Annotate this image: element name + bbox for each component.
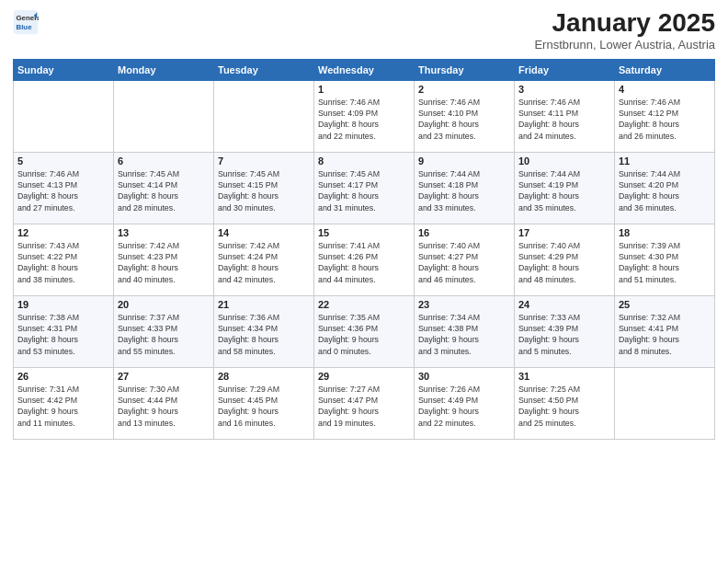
cell-day-number: 22	[318, 299, 410, 310]
logo: General Blue	[13, 9, 41, 35]
calendar-week-row: 19Sunrise: 7:38 AM Sunset: 4:31 PM Dayli…	[14, 295, 715, 367]
cell-daylight-info: Sunrise: 7:36 AM Sunset: 4:34 PM Dayligh…	[218, 312, 310, 357]
cell-daylight-info: Sunrise: 7:45 AM Sunset: 4:15 PM Dayligh…	[218, 168, 310, 213]
cell-daylight-info: Sunrise: 7:46 AM Sunset: 4:09 PM Dayligh…	[318, 97, 410, 142]
header-tuesday: Tuesday	[214, 59, 314, 80]
cell-daylight-info: Sunrise: 7:42 AM Sunset: 4:23 PM Dayligh…	[118, 240, 210, 285]
header-saturday: Saturday	[615, 59, 715, 80]
cell-daylight-info: Sunrise: 7:37 AM Sunset: 4:33 PM Dayligh…	[118, 312, 210, 357]
cell-daylight-info: Sunrise: 7:38 AM Sunset: 4:31 PM Dayligh…	[17, 312, 109, 357]
cell-daylight-info: Sunrise: 7:34 AM Sunset: 4:38 PM Dayligh…	[418, 312, 510, 357]
cell-daylight-info: Sunrise: 7:25 AM Sunset: 4:50 PM Dayligh…	[518, 384, 610, 429]
table-row	[14, 80, 114, 152]
title-block: January 2025 Ernstbrunn, Lower Austria, …	[534, 9, 715, 52]
cell-daylight-info: Sunrise: 7:41 AM Sunset: 4:26 PM Dayligh…	[318, 240, 410, 285]
cell-daylight-info: Sunrise: 7:46 AM Sunset: 4:13 PM Dayligh…	[17, 168, 109, 213]
table-row	[214, 80, 314, 152]
cell-daylight-info: Sunrise: 7:44 AM Sunset: 4:19 PM Dayligh…	[518, 168, 610, 213]
cell-day-number: 26	[17, 371, 109, 382]
cell-day-number: 30	[418, 371, 510, 382]
header-monday: Monday	[114, 59, 214, 80]
calendar-table: Sunday Monday Tuesday Wednesday Thursday…	[13, 59, 715, 440]
cell-day-number: 5	[17, 155, 109, 167]
table-row: 5Sunrise: 7:46 AM Sunset: 4:13 PM Daylig…	[14, 152, 114, 224]
cell-day-number: 17	[518, 227, 610, 238]
table-row: 28Sunrise: 7:29 AM Sunset: 4:45 PM Dayli…	[214, 367, 314, 439]
table-row: 30Sunrise: 7:26 AM Sunset: 4:49 PM Dayli…	[415, 367, 515, 439]
table-row: 26Sunrise: 7:31 AM Sunset: 4:42 PM Dayli…	[14, 367, 114, 439]
cell-day-number: 15	[318, 227, 410, 238]
cell-day-number: 16	[418, 227, 510, 238]
table-row: 23Sunrise: 7:34 AM Sunset: 4:38 PM Dayli…	[415, 295, 515, 367]
cell-day-number: 11	[619, 155, 711, 167]
table-row: 15Sunrise: 7:41 AM Sunset: 4:26 PM Dayli…	[314, 224, 415, 295]
calendar-week-row: 5Sunrise: 7:46 AM Sunset: 4:13 PM Daylig…	[14, 152, 715, 224]
header-wednesday: Wednesday	[314, 59, 415, 80]
table-row: 7Sunrise: 7:45 AM Sunset: 4:15 PM Daylig…	[214, 152, 314, 224]
table-row: 8Sunrise: 7:45 AM Sunset: 4:17 PM Daylig…	[314, 152, 415, 224]
table-row	[615, 367, 715, 439]
table-row: 13Sunrise: 7:42 AM Sunset: 4:23 PM Dayli…	[114, 224, 214, 295]
calendar-week-row: 26Sunrise: 7:31 AM Sunset: 4:42 PM Dayli…	[14, 367, 715, 439]
table-row: 27Sunrise: 7:30 AM Sunset: 4:44 PM Dayli…	[114, 367, 214, 439]
cell-day-number: 31	[518, 371, 610, 382]
cell-day-number: 4	[619, 84, 711, 95]
cell-daylight-info: Sunrise: 7:46 AM Sunset: 4:12 PM Dayligh…	[619, 97, 711, 142]
table-row: 6Sunrise: 7:45 AM Sunset: 4:14 PM Daylig…	[114, 152, 214, 224]
table-row: 11Sunrise: 7:44 AM Sunset: 4:20 PM Dayli…	[615, 152, 715, 224]
cell-daylight-info: Sunrise: 7:26 AM Sunset: 4:49 PM Dayligh…	[418, 384, 510, 429]
table-row: 14Sunrise: 7:42 AM Sunset: 4:24 PM Dayli…	[214, 224, 314, 295]
cell-daylight-info: Sunrise: 7:44 AM Sunset: 4:20 PM Dayligh…	[619, 168, 711, 213]
table-row: 1Sunrise: 7:46 AM Sunset: 4:09 PM Daylig…	[314, 80, 415, 152]
table-row: 3Sunrise: 7:46 AM Sunset: 4:11 PM Daylig…	[515, 80, 615, 152]
cell-day-number: 10	[518, 155, 610, 167]
table-row: 17Sunrise: 7:40 AM Sunset: 4:29 PM Dayli…	[515, 224, 615, 295]
cell-day-number: 20	[118, 299, 210, 310]
table-row: 16Sunrise: 7:40 AM Sunset: 4:27 PM Dayli…	[415, 224, 515, 295]
cell-daylight-info: Sunrise: 7:35 AM Sunset: 4:36 PM Dayligh…	[318, 312, 410, 357]
weekday-header-row: Sunday Monday Tuesday Wednesday Thursday…	[14, 59, 715, 80]
location: Ernstbrunn, Lower Austria, Austria	[534, 38, 715, 52]
page-header: General Blue January 2025 Ernstbrunn, Lo…	[13, 9, 715, 52]
cell-daylight-info: Sunrise: 7:39 AM Sunset: 4:30 PM Dayligh…	[619, 240, 711, 285]
table-row: 24Sunrise: 7:33 AM Sunset: 4:39 PM Dayli…	[515, 295, 615, 367]
cell-day-number: 29	[318, 371, 410, 382]
month-title: January 2025	[534, 9, 715, 38]
cell-day-number: 18	[619, 227, 711, 238]
cell-daylight-info: Sunrise: 7:31 AM Sunset: 4:42 PM Dayligh…	[17, 384, 109, 429]
cell-day-number: 9	[418, 155, 510, 167]
table-row: 18Sunrise: 7:39 AM Sunset: 4:30 PM Dayli…	[615, 224, 715, 295]
cell-daylight-info: Sunrise: 7:27 AM Sunset: 4:47 PM Dayligh…	[318, 384, 410, 429]
cell-day-number: 21	[218, 299, 310, 310]
table-row: 20Sunrise: 7:37 AM Sunset: 4:33 PM Dayli…	[114, 295, 214, 367]
cell-day-number: 28	[218, 371, 310, 382]
table-row	[114, 80, 214, 152]
header-friday: Friday	[515, 59, 615, 80]
cell-daylight-info: Sunrise: 7:43 AM Sunset: 4:22 PM Dayligh…	[17, 240, 109, 285]
cell-daylight-info: Sunrise: 7:40 AM Sunset: 4:27 PM Dayligh…	[418, 240, 510, 285]
cell-daylight-info: Sunrise: 7:33 AM Sunset: 4:39 PM Dayligh…	[518, 312, 610, 357]
table-row: 4Sunrise: 7:46 AM Sunset: 4:12 PM Daylig…	[615, 80, 715, 152]
cell-day-number: 6	[118, 155, 210, 167]
table-row: 31Sunrise: 7:25 AM Sunset: 4:50 PM Dayli…	[515, 367, 615, 439]
cell-daylight-info: Sunrise: 7:32 AM Sunset: 4:41 PM Dayligh…	[619, 312, 711, 357]
cell-daylight-info: Sunrise: 7:45 AM Sunset: 4:17 PM Dayligh…	[318, 168, 410, 213]
cell-daylight-info: Sunrise: 7:40 AM Sunset: 4:29 PM Dayligh…	[518, 240, 610, 285]
cell-day-number: 8	[318, 155, 410, 167]
table-row: 2Sunrise: 7:46 AM Sunset: 4:10 PM Daylig…	[415, 80, 515, 152]
cell-day-number: 19	[17, 299, 109, 310]
calendar-week-row: 12Sunrise: 7:43 AM Sunset: 4:22 PM Dayli…	[14, 224, 715, 295]
cell-daylight-info: Sunrise: 7:45 AM Sunset: 4:14 PM Dayligh…	[118, 168, 210, 213]
cell-day-number: 27	[118, 371, 210, 382]
table-row: 19Sunrise: 7:38 AM Sunset: 4:31 PM Dayli…	[14, 295, 114, 367]
cell-day-number: 12	[17, 227, 109, 238]
cell-day-number: 7	[218, 155, 310, 167]
table-row: 25Sunrise: 7:32 AM Sunset: 4:41 PM Dayli…	[615, 295, 715, 367]
header-sunday: Sunday	[14, 59, 114, 80]
header-thursday: Thursday	[415, 59, 515, 80]
cell-day-number: 3	[518, 84, 610, 95]
cell-day-number: 14	[218, 227, 310, 238]
cell-day-number: 23	[418, 299, 510, 310]
cell-daylight-info: Sunrise: 7:30 AM Sunset: 4:44 PM Dayligh…	[118, 384, 210, 429]
cell-day-number: 24	[518, 299, 610, 310]
